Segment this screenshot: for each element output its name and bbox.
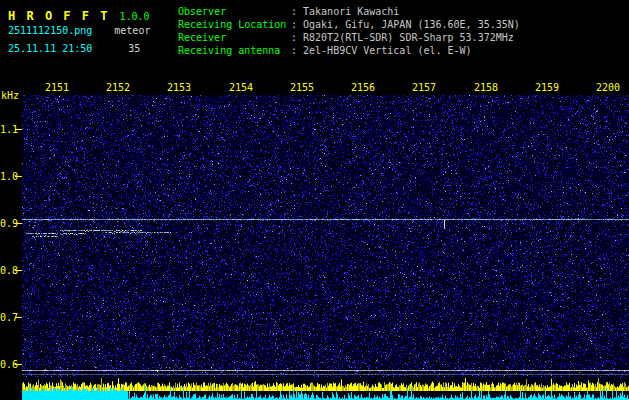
- observation-mode: meteor: [114, 25, 150, 36]
- station-field-value: Takanori Kawachi: [303, 5, 399, 18]
- station-field-label: Receiving antenna: [178, 44, 291, 57]
- freq-unit-label: kHz: [1, 90, 19, 101]
- station-field-row: Receiver:R820T2(RTL-SDR) SDR-Sharp 53.37…: [178, 31, 520, 44]
- time-axis-label: 2158: [474, 82, 498, 93]
- spectrogram-canvas: [22, 95, 629, 400]
- freq-axis-tick: [15, 176, 22, 177]
- time-axis-label: 2152: [106, 82, 130, 93]
- field-separator: :: [291, 5, 297, 18]
- freq-axis-tick: [15, 270, 22, 271]
- station-field-row: Observer:Takanori Kawachi: [178, 5, 520, 18]
- station-field-label: Receiving Location: [178, 18, 291, 31]
- station-field-row: Receiving Location:Ogaki, Gifu, JAPAN (1…: [178, 18, 520, 31]
- time-axis-label: 2151: [45, 82, 69, 93]
- time-axis-label: 2156: [351, 82, 375, 93]
- time-axis-label: 2159: [535, 82, 559, 93]
- station-field-label: Observer: [178, 5, 291, 18]
- field-separator: :: [291, 18, 297, 31]
- field-separator: :: [291, 44, 297, 57]
- time-axis-label: 2200: [596, 82, 620, 93]
- time-axis-label: 2157: [412, 82, 436, 93]
- echo-count: 35: [128, 43, 140, 54]
- time-axis-label: 2155: [290, 82, 314, 93]
- file-info-row: 2511112150.pngmeteor: [8, 25, 150, 36]
- station-field-value: R820T2(RTL-SDR) SDR-Sharp 53.372MHz: [303, 31, 514, 44]
- station-field-value: 2el-HB9CV Vertical (el. E-W): [303, 44, 472, 57]
- output-filename: 2511112150.png: [8, 25, 92, 36]
- observation-datetime: 25.11.11 21:50: [8, 43, 92, 54]
- freq-axis-tick: [15, 223, 22, 224]
- station-field-value: Ogaki, Gifu, JAPAN (136.60E, 35.35N): [303, 18, 520, 31]
- app-title: H R O F F T: [8, 9, 109, 23]
- time-axis-label: 2154: [229, 82, 253, 93]
- freq-axis-tick: [15, 317, 22, 318]
- station-field-label: Receiver: [178, 31, 291, 44]
- freq-axis-tick: [15, 364, 22, 365]
- app-version: 1.0.0: [119, 11, 149, 22]
- hrofft-window: H R O F F T1.0.0 2511112150.pngmeteor 25…: [0, 0, 629, 400]
- time-axis-label: 2153: [167, 82, 191, 93]
- app-info-row: H R O F F T1.0.0: [8, 5, 150, 24]
- station-field-row: Receiving antenna:2el-HB9CV Vertical (el…: [178, 44, 520, 57]
- station-info: Observer:Takanori Kawachi Receiving Loca…: [178, 5, 520, 57]
- time-info-row: 25.11.11 21:5035: [8, 43, 140, 54]
- field-separator: :: [291, 31, 297, 44]
- freq-axis-tick: [15, 129, 22, 130]
